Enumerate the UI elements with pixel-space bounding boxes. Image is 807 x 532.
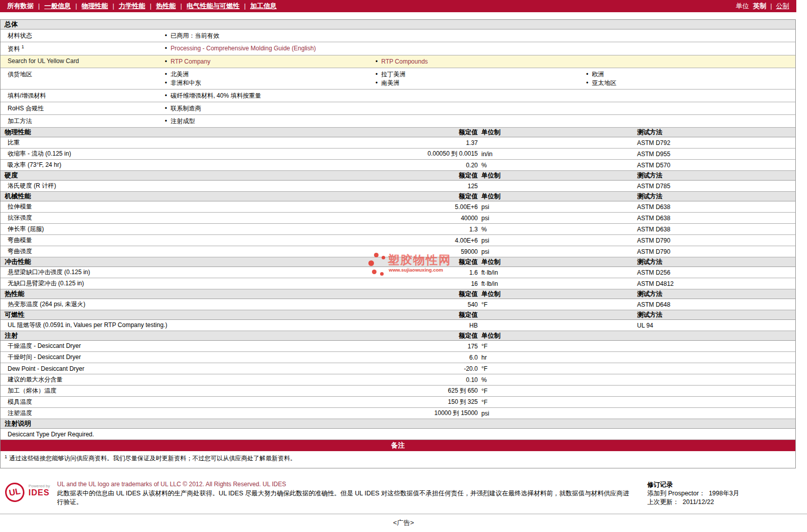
nav-item-2[interactable]: 一般信息 — [44, 2, 71, 11]
property-value: 150 到 325 — [396, 398, 478, 406]
column-header-unit: 单位制 — [478, 192, 637, 201]
footer-disclaimer: UL and the UL logo are trademarks of UL … — [57, 481, 632, 507]
footnote-row: 1通过这些链接您能够访问供应商资料。我们尽量保证及时更新资料；不过您可以从供应商… — [1, 451, 795, 468]
property-unit: hr — [478, 354, 637, 361]
property-test-method: UL 94 — [637, 322, 795, 329]
column-header-method: 测试方法 — [637, 192, 795, 201]
property-label: 悬壁梁缺口冲击强度 (0.125 in) — [1, 268, 396, 277]
bullet-link[interactable]: RTP Company — [170, 57, 210, 66]
nav-item-6[interactable]: 电气性能与可燃性 — [187, 2, 240, 11]
property-row: 干燥时间 - Desiccant Dryer6.0hr — [1, 352, 795, 363]
property-unit: °F — [478, 365, 637, 372]
nav-item-1[interactable]: 所有数据 — [7, 2, 34, 11]
property-unit: in/in — [478, 151, 637, 158]
property-value: 5.00E+6 — [396, 203, 478, 211]
property-value: 625 到 650 — [396, 387, 478, 395]
column-header-unit: 单位制 — [478, 258, 637, 267]
property-label: UL 阻燃等级 (0.0591 in, Values per RTP Compa… — [1, 321, 396, 330]
column-header-value: 额定值 — [396, 332, 478, 340]
column-header-unit: 单位制 — [478, 290, 637, 299]
property-row: 注塑温度10000 到 15000psi — [1, 408, 795, 419]
bullet-item: •亚太地区 — [582, 79, 793, 87]
nav-item-5[interactable]: 热性能 — [156, 2, 176, 11]
revision-added: 添加到 Prospector： 1998年3月 — [647, 489, 791, 498]
bullet-column — [582, 115, 793, 117]
footnote-marker: 1 — [21, 44, 24, 49]
section-title: 机械性能 — [1, 192, 396, 201]
property-value: 0.20 — [396, 162, 478, 169]
bullet-text: 亚太地区 — [592, 79, 616, 87]
property-unit: psi — [478, 410, 637, 417]
property-value: 1.3 — [396, 226, 478, 233]
bullet-link[interactable]: RTP Compounds — [381, 57, 428, 66]
bullet-icon: • — [165, 79, 167, 87]
section-header: 冲击性能额定值单位制测试方法 — [1, 257, 795, 267]
property-row: 比重1.37ASTM D792 — [1, 137, 795, 149]
section-title: 注射 — [1, 331, 396, 340]
section-title: 总体 — [1, 20, 795, 29]
column-header-method: 测试方法 — [637, 171, 795, 180]
material-datasheet-table: 总体材料状态•已商用：当前有效资料 1•Processing - Compreh… — [0, 19, 796, 468]
bullet-link[interactable]: Processing - Comprehensive Molding Guide… — [170, 44, 315, 53]
property-unit: °F — [478, 343, 637, 350]
property-unit: ft·lb/in — [478, 280, 637, 287]
property-label: 弯曲模量 — [1, 236, 396, 245]
property-row: 抗张强度40000psiASTM D638 — [1, 213, 795, 224]
bullet-icon: • — [376, 70, 378, 79]
nav-separator: | — [244, 3, 246, 10]
row-label: 资料 1 — [1, 42, 161, 53]
property-row: 热变形温度 (264 psi, 未退火)540°FASTM D648 — [1, 299, 795, 310]
property-label: 拉伸模量 — [1, 202, 396, 211]
property-unit: psi — [478, 203, 637, 211]
property-label: Dew Point - Desiccant Dryer — [1, 365, 396, 372]
property-row: 洛氏硬度 (R 计秤)125ASTM D785 — [1, 181, 795, 192]
nav-item-3[interactable]: 物理性能 — [81, 2, 108, 11]
column-header-value: 额定值 — [396, 258, 478, 267]
section-title: 冲击性能 — [1, 257, 396, 267]
general-row: 材料状态•已商用：当前有效 — [1, 29, 795, 42]
property-label: 建议的最大水分含量 — [1, 375, 396, 384]
nav-item-4[interactable]: 力学性能 — [119, 2, 145, 11]
section-header: 可燃性额定值测试方法 — [1, 310, 795, 320]
bullet-icon: • — [165, 32, 167, 40]
bullet-item: •Processing - Comprehensive Molding Guid… — [161, 44, 371, 53]
property-test-method: ASTM D4812 — [637, 280, 795, 287]
nav-item-7[interactable]: 加工信息 — [250, 2, 277, 11]
section-header: 物理性能额定值单位制测试方法 — [1, 128, 795, 137]
section-title: 热性能 — [1, 289, 396, 299]
property-value: 40000 — [396, 215, 478, 222]
property-label: 伸长率 (屈服) — [1, 225, 396, 233]
property-label: 比重 — [1, 138, 396, 147]
row-label: RoHS 合规性 — [1, 102, 161, 113]
bullet-text: 联系制造商 — [170, 104, 201, 113]
property-label: 模具温度 — [1, 398, 396, 406]
bullet-text: 碳纤维增强材料, 40% 填料按重量 — [170, 92, 261, 100]
property-unit: ft·lb/in — [478, 269, 637, 276]
process-note-row: Desiccant Type Dryer Required. — [1, 429, 795, 440]
bullet-column: •RTP Company — [161, 55, 371, 66]
remarks-bar: 备注 — [1, 440, 795, 451]
property-unit: °F — [478, 301, 637, 308]
property-row: 收缩率 - 流动 (0.125 in)0.00050 到 0.0015in/in… — [1, 149, 795, 160]
bullet-item: •RTP Compounds — [371, 57, 582, 66]
row-label: 供货地区 — [1, 68, 161, 79]
bullet-icon: • — [165, 92, 167, 100]
bullet-column — [582, 42, 793, 44]
general-row: Search for UL Yellow Card•RTP Company•RT… — [1, 55, 795, 68]
property-label: 洛氏硬度 (R 计秤) — [1, 182, 396, 190]
bullet-item: •已商用：当前有效 — [161, 32, 371, 40]
property-value: 1.6 — [396, 269, 478, 276]
units-label: 单位 — [736, 2, 749, 11]
remarks-title: 备注 — [391, 441, 405, 450]
property-unit: psi — [478, 248, 637, 255]
unit-metric-link[interactable]: 公制 — [776, 2, 789, 11]
bullet-item: •北美洲 — [161, 70, 371, 79]
section-title: 硬度 — [1, 171, 396, 180]
property-value: -20.0 — [396, 365, 478, 372]
property-row: 加工（熔体）温度625 到 650°F — [1, 386, 795, 397]
bullet-item: •欧洲 — [582, 70, 793, 79]
bullet-column — [371, 90, 582, 92]
nav-separator: | — [112, 3, 114, 10]
bullet-text: 非洲和中东 — [170, 79, 201, 87]
property-unit: % — [478, 162, 637, 169]
